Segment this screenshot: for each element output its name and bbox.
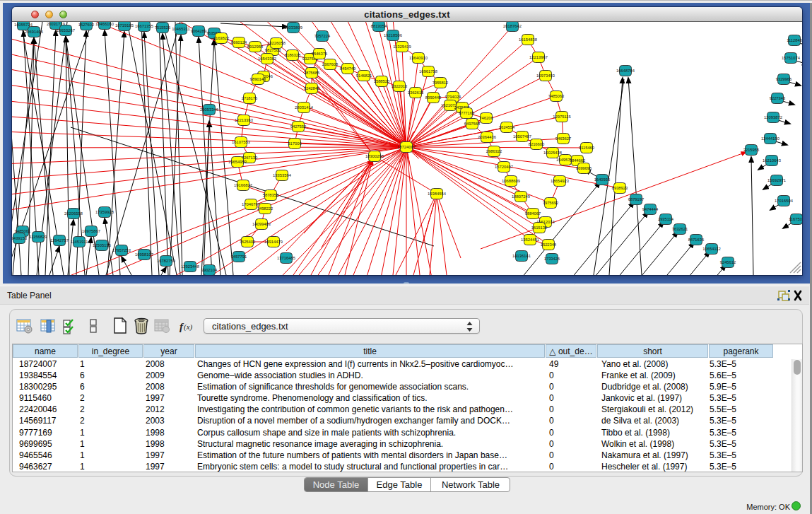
svg-text:9245612: 9245612	[720, 260, 736, 264]
svg-text:9884067: 9884067	[525, 211, 541, 216]
svg-text:1640956: 1640956	[594, 177, 611, 182]
svg-text:3624554: 3624554	[499, 125, 515, 129]
svg-text:2986322: 2986322	[486, 149, 502, 153]
svg-text:10688609: 10688609	[502, 179, 520, 183]
svg-text:9227343: 9227343	[770, 96, 786, 100]
svg-text:9115460: 9115460	[579, 146, 594, 150]
svg-text:7955812: 7955812	[433, 81, 449, 85]
svg-text:12213967: 12213967	[529, 55, 548, 59]
svg-text:14099483: 14099483	[252, 222, 271, 226]
svg-text:15720407: 15720407	[495, 165, 513, 169]
svg-text:12923448: 12923448	[181, 264, 199, 269]
svg-text:2367608: 2367608	[322, 62, 339, 66]
svg-text:20364436: 20364436	[478, 135, 496, 139]
svg-text:12213363: 12213363	[235, 118, 253, 122]
svg-text:5878352: 5878352	[263, 193, 279, 197]
svg-text:20187642: 20187642	[503, 24, 522, 28]
svg-text:10719185: 10719185	[115, 23, 134, 28]
svg-text:12505135: 12505135	[93, 243, 111, 247]
svg-text:17016504: 17016504	[775, 199, 794, 203]
svg-text:10958107: 10958107	[135, 252, 153, 257]
svg-text:7625402: 7625402	[240, 240, 256, 244]
svg-text:1588520: 1588520	[374, 79, 390, 83]
svg-text:16543382: 16543382	[258, 57, 276, 61]
svg-text:2935114: 2935114	[658, 217, 674, 221]
svg-text:7485063: 7485063	[548, 94, 565, 98]
svg-text:13716485: 13716485	[277, 256, 295, 260]
svg-text:17359928: 17359928	[95, 210, 114, 214]
svg-text:12975115: 12975115	[553, 115, 570, 119]
svg-text:8912954: 8912954	[247, 45, 264, 49]
svg-text:3215955: 3215955	[743, 148, 760, 152]
svg-text:13353594: 13353594	[273, 173, 292, 177]
svg-text:11156829: 11156829	[30, 235, 47, 239]
svg-text:18654923: 18654923	[551, 179, 569, 183]
svg-text:8216600: 8216600	[529, 142, 545, 146]
svg-text:8660124: 8660124	[231, 40, 247, 45]
svg-text:16154838: 16154838	[519, 37, 537, 42]
svg-text:16782759: 16782759	[157, 259, 175, 263]
svg-text:2718176: 2718176	[242, 96, 258, 100]
svg-text:7515526: 7515526	[155, 25, 171, 30]
svg-text:6497568: 6497568	[464, 122, 481, 126]
svg-text:7357224: 7357224	[314, 34, 331, 38]
svg-text:8454749: 8454749	[340, 66, 356, 71]
svg-text:9474444: 9474444	[642, 207, 659, 211]
svg-text:10973493: 10973493	[536, 74, 555, 78]
svg-text:9546376: 9546376	[312, 52, 328, 56]
svg-text:317006: 317006	[288, 141, 301, 146]
svg-text:14914479: 14914479	[264, 240, 283, 244]
svg-text:12444150: 12444150	[761, 136, 779, 141]
svg-text:9457791: 9457791	[231, 255, 247, 259]
svg-text:16033809: 16033809	[284, 25, 302, 30]
svg-text:11451911: 11451911	[71, 240, 88, 244]
svg-text:14136141: 14136141	[512, 254, 531, 258]
svg-text:7632621: 7632621	[672, 227, 688, 231]
svg-text:16961758: 16961758	[419, 69, 437, 74]
svg-text:20053346: 20053346	[200, 107, 218, 112]
svg-text:1167533: 1167533	[789, 217, 802, 221]
svg-text:15692971: 15692971	[767, 178, 786, 182]
svg-text:8186328: 8186328	[285, 53, 301, 57]
svg-text:9439153: 9439153	[12, 236, 27, 240]
svg-text:10465311: 10465311	[172, 27, 189, 31]
svg-text:28031414: 28031414	[295, 105, 314, 110]
svg-text:7163822: 7163822	[213, 36, 230, 40]
svg-text:1733426: 1733426	[544, 257, 560, 261]
svg-text:10975867: 10975867	[82, 229, 100, 233]
svg-text:8990443: 8990443	[425, 95, 442, 100]
svg-text:1498222: 1498222	[257, 206, 273, 211]
svg-text:8471636: 8471636	[688, 238, 705, 242]
svg-text:9890143: 9890143	[250, 77, 266, 81]
svg-text:19384554: 19384554	[428, 192, 447, 196]
svg-text:9242845: 9242845	[304, 86, 320, 90]
svg-text:8813054: 8813054	[371, 24, 387, 28]
svg-text:9146821: 9146821	[356, 74, 372, 78]
svg-text:18807249: 18807249	[512, 194, 530, 199]
svg-text:16648784: 16648784	[616, 69, 635, 73]
svg-text:13640910: 13640910	[409, 56, 428, 60]
svg-text:9064289: 9064289	[191, 29, 207, 33]
svg-text:1522344: 1522344	[541, 243, 557, 247]
svg-text:12942757: 12942757	[50, 238, 69, 243]
svg-text:9777169: 9777169	[459, 111, 475, 115]
svg-text:(x): (x)	[184, 322, 193, 332]
svg-text:7975692: 7975692	[543, 201, 559, 205]
svg-text:9427552: 9427552	[290, 124, 307, 129]
svg-text:19166827: 19166827	[234, 183, 252, 187]
svg-text:10654112: 10654112	[702, 247, 720, 251]
svg-text:12093872: 12093872	[764, 115, 782, 119]
svg-text:9902104: 9902104	[201, 268, 218, 272]
svg-text:6879197: 6879197	[628, 197, 645, 201]
svg-text:10653267: 10653267	[57, 28, 75, 33]
svg-text:10025438: 10025438	[543, 151, 562, 155]
svg-text:1527602: 1527602	[78, 23, 95, 27]
svg-text:23226058: 23226058	[267, 41, 286, 45]
svg-text:11325419: 11325419	[393, 45, 411, 49]
svg-text:20206558: 20206558	[64, 211, 83, 216]
svg-text:8938923: 8938923	[612, 186, 628, 190]
svg-text:10507487: 10507487	[513, 134, 531, 139]
svg-text:9329966: 9329966	[776, 77, 792, 81]
svg-text:16671355: 16671355	[135, 24, 153, 28]
svg-text:9699695: 9699695	[576, 166, 592, 170]
